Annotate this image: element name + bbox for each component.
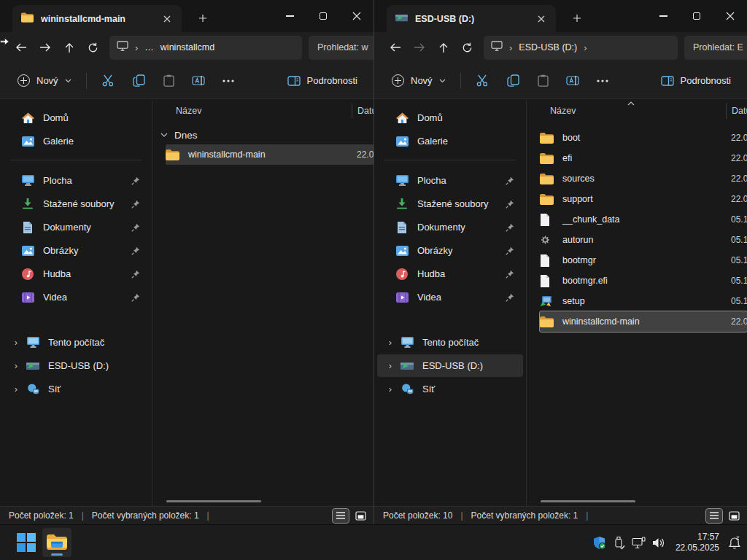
rename-button[interactable] bbox=[184, 68, 214, 94]
file-row[interactable]: bootmgr.efi 05.10 bbox=[540, 271, 747, 291]
sidebar-item-this-pc[interactable]: › Tento počítač bbox=[3, 331, 149, 354]
refresh-icon[interactable] bbox=[81, 36, 105, 59]
column-divider[interactable] bbox=[352, 103, 352, 119]
maximize-button[interactable] bbox=[306, 0, 340, 32]
file-row[interactable]: __chunk_data 05.10 bbox=[540, 209, 747, 230]
group-header-today[interactable]: Dnes bbox=[152, 125, 374, 144]
sidebar-item-documents[interactable]: Dokumenty bbox=[377, 216, 523, 238]
sidebar-item-videos[interactable]: Videa bbox=[3, 286, 149, 308]
sidebar-item-network[interactable]: › Síť bbox=[377, 378, 523, 400]
forward-icon[interactable] bbox=[33, 36, 57, 59]
file-row[interactable]: setup 05.10 bbox=[540, 291, 747, 311]
details-view-button[interactable] bbox=[333, 509, 349, 523]
close-tab-icon[interactable] bbox=[158, 10, 176, 28]
sidebar-item-documents[interactable]: Dokumenty bbox=[3, 216, 149, 238]
copy-button[interactable] bbox=[124, 68, 154, 94]
sidebar-item-home[interactable]: Domů bbox=[377, 106, 523, 129]
expand-chevron-icon[interactable]: › bbox=[384, 337, 396, 348]
sidebar-item-desktop[interactable]: Plocha bbox=[377, 169, 523, 192]
breadcrumb[interactable]: › ESD-USB (D:) › bbox=[484, 36, 678, 60]
horizontal-scrollbar[interactable] bbox=[166, 500, 261, 502]
paste-button[interactable] bbox=[528, 68, 558, 94]
sidebar-item-downloads[interactable]: Stažené soubory bbox=[377, 192, 523, 215]
file-row[interactable]: efi 22.05 bbox=[540, 148, 747, 168]
search-input[interactable]: Prohledat: E bbox=[684, 36, 747, 60]
breadcrumb[interactable]: › … wininstallcmd bbox=[109, 36, 302, 60]
sidebar-item-home[interactable]: Domů bbox=[3, 106, 149, 129]
up-icon[interactable] bbox=[431, 36, 455, 59]
column-divider[interactable] bbox=[726, 103, 727, 119]
file-row[interactable]: autorun 05.10 bbox=[540, 230, 747, 250]
new-tab-button[interactable] bbox=[568, 9, 586, 27]
forward-icon[interactable] bbox=[407, 36, 431, 59]
sidebar-item-esd-usb[interactable]: › ESD-USB (D:) bbox=[3, 354, 149, 377]
column-date[interactable]: Datu bbox=[357, 106, 374, 116]
new-button[interactable]: Nový bbox=[386, 69, 452, 92]
more-options-icon[interactable] bbox=[214, 68, 244, 94]
expand-chevron-icon[interactable]: › bbox=[10, 360, 22, 371]
file-row[interactable]: boot 22.05 bbox=[540, 128, 747, 148]
file-row[interactable]: support 22.05 bbox=[540, 189, 747, 209]
security-shield-icon[interactable] bbox=[589, 528, 609, 557]
paste-button[interactable] bbox=[154, 68, 184, 94]
breadcrumb-path[interactable]: wininstallcmd bbox=[160, 42, 214, 52]
search-input[interactable]: Prohledat: w bbox=[309, 36, 374, 60]
rename-button[interactable] bbox=[558, 68, 588, 94]
usb-eject-icon[interactable] bbox=[609, 528, 629, 557]
sidebar-item-pictures[interactable]: Obrázky bbox=[3, 239, 149, 262]
icons-view-button[interactable] bbox=[726, 509, 742, 523]
taskbar-clock[interactable]: 17:57 22.05.2025 bbox=[668, 532, 724, 553]
notification-bell-icon[interactable] bbox=[724, 528, 744, 557]
tab-esd-usb[interactable]: ESD-USB (D:) bbox=[387, 5, 556, 32]
file-row[interactable]: bootmgr 05.10 bbox=[540, 250, 747, 271]
sidebar-item-network[interactable]: › Síť bbox=[3, 378, 149, 400]
expand-chevron-icon[interactable]: › bbox=[10, 384, 22, 394]
sidebar-item-videos[interactable]: Videa bbox=[377, 286, 523, 308]
sidebar-item-esd-usb[interactable]: › ESD-USB (D:) bbox=[377, 354, 523, 377]
more-options-icon[interactable] bbox=[588, 68, 618, 94]
start-button[interactable] bbox=[12, 528, 41, 557]
sidebar-item-music[interactable]: Hudba bbox=[377, 262, 523, 285]
up-icon[interactable] bbox=[57, 36, 81, 59]
back-icon[interactable] bbox=[383, 36, 407, 59]
new-tab-button[interactable] bbox=[194, 9, 212, 27]
file-row[interactable]: wininstallcmd-main 22.05 bbox=[166, 144, 374, 165]
sidebar-item-desktop[interactable]: Plocha bbox=[3, 169, 149, 192]
tab-wininstallcmd-main[interactable]: wininstallcmd-main bbox=[12, 5, 182, 32]
back-icon[interactable] bbox=[9, 36, 33, 59]
icons-view-button[interactable] bbox=[352, 509, 368, 523]
sidebar-item-music[interactable]: Hudba bbox=[3, 262, 149, 285]
refresh-icon[interactable] bbox=[455, 36, 479, 59]
details-pane-button[interactable]: Podrobnosti bbox=[282, 70, 363, 91]
sidebar-item-downloads[interactable]: Stažené soubory bbox=[3, 192, 149, 215]
sidebar-item-pictures[interactable]: Obrázky bbox=[377, 239, 523, 262]
column-name[interactable]: Název bbox=[550, 106, 576, 116]
new-button[interactable]: Nový bbox=[12, 69, 77, 92]
horizontal-scrollbar[interactable] bbox=[541, 500, 635, 502]
expand-chevron-icon[interactable]: › bbox=[10, 337, 22, 348]
expand-chevron-icon[interactable]: › bbox=[384, 360, 396, 371]
expand-chevron-icon[interactable]: › bbox=[384, 384, 396, 394]
sidebar-item-gallery[interactable]: Galerie bbox=[377, 130, 523, 152]
sidebar-item-this-pc[interactable]: › Tento počítač bbox=[377, 331, 523, 354]
file-row[interactable]: sources 22.05 bbox=[540, 168, 747, 189]
column-date[interactable]: Datu bbox=[732, 106, 747, 116]
sidebar-item-gallery[interactable]: Galerie bbox=[3, 130, 149, 152]
network-tray-icon[interactable] bbox=[629, 528, 649, 557]
minimize-button[interactable] bbox=[273, 0, 306, 32]
volume-icon[interactable] bbox=[649, 528, 668, 557]
close-button[interactable] bbox=[340, 0, 374, 32]
column-name[interactable]: Název bbox=[176, 106, 201, 116]
minimize-button[interactable] bbox=[646, 0, 680, 32]
close-button[interactable] bbox=[713, 0, 747, 32]
breadcrumb-path[interactable]: ESD-USB (D:) bbox=[519, 42, 577, 52]
details-pane-button[interactable]: Podrobnosti bbox=[655, 70, 737, 91]
copy-button[interactable] bbox=[498, 68, 528, 94]
cut-button[interactable] bbox=[468, 68, 498, 94]
file-explorer-taskbar-button[interactable] bbox=[42, 528, 71, 557]
close-tab-icon[interactable] bbox=[533, 10, 550, 28]
details-view-button[interactable] bbox=[706, 509, 722, 523]
breadcrumb-overflow[interactable]: … bbox=[144, 42, 154, 52]
cut-button[interactable] bbox=[94, 68, 124, 94]
file-row[interactable]: wininstallcmd-main 22.05 bbox=[540, 311, 747, 332]
